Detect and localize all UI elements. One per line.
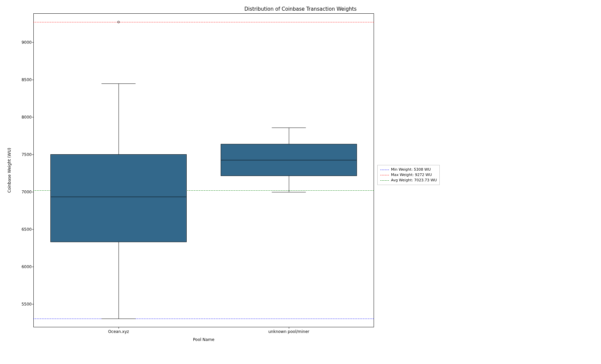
reference-line [33, 22, 374, 22]
y-tick-label: 7000 [18, 190, 32, 194]
y-tick-label: 9000 [18, 40, 32, 45]
x-tick-mark [119, 327, 119, 329]
legend-item-avg: Avg Weight: 7023.73 WU [380, 178, 437, 183]
x-tick-mark [289, 327, 289, 329]
x-axis-label: Pool Name [193, 337, 214, 342]
whisker-upper [119, 83, 119, 154]
whisker-lower [119, 242, 119, 319]
legend-item-min: Min Weight: 5308 WU [380, 167, 437, 172]
legend: Min Weight: 5308 WU Max Weight: 9272 WU … [377, 165, 440, 185]
y-tick-label: 8500 [18, 77, 32, 82]
whisker-upper [289, 128, 289, 144]
y-tick-mark [32, 192, 33, 192]
y-tick-mark [32, 304, 33, 304]
x-tick-label: Ocean.xyz [108, 329, 129, 334]
whisker-cap-lower [272, 192, 306, 192]
y-tick-label: 6000 [18, 264, 32, 269]
median-line [221, 160, 357, 160]
y-axis-label: Coinbase Weight (WU) [7, 148, 12, 193]
legend-label: Max Weight: 9272 WU [391, 172, 432, 178]
y-tick-mark [32, 266, 33, 267]
legend-swatch-max [380, 175, 389, 175]
y-tick-mark [32, 117, 33, 118]
boxplot-chart: Distribution of Coinbase Transaction Wei… [0, 0, 601, 364]
legend-swatch-avg [380, 180, 389, 181]
whisker-cap-upper [272, 128, 306, 128]
legend-label: Min Weight: 5308 WU [391, 167, 431, 172]
y-tick-label: 7500 [18, 152, 32, 157]
x-tick-label: unknown pool/miner [268, 329, 310, 334]
y-tick-label: 6500 [18, 227, 32, 232]
y-tick-mark [32, 155, 33, 155]
outlier-point [118, 21, 120, 23]
chart-title: Distribution of Coinbase Transaction Wei… [0, 6, 601, 12]
y-tick-label: 8000 [18, 115, 32, 120]
legend-item-max: Max Weight: 9272 WU [380, 172, 437, 178]
y-tick-mark [32, 80, 33, 80]
legend-label: Avg Weight: 7023.73 WU [391, 178, 437, 183]
whisker-cap-upper [102, 83, 136, 84]
whisker-lower [289, 176, 289, 192]
legend-swatch-min [380, 170, 389, 170]
box [50, 154, 187, 242]
y-tick-label: 5500 [18, 302, 32, 307]
y-tick-mark [32, 229, 33, 229]
whisker-cap-lower [102, 319, 136, 319]
reference-line [33, 319, 374, 319]
y-tick-mark [32, 42, 33, 43]
median-line [50, 197, 187, 197]
